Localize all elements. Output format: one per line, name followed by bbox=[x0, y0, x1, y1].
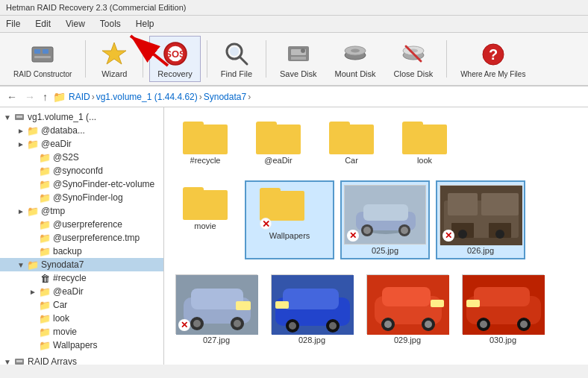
svg-rect-70 bbox=[431, 300, 444, 307]
close-disk-button[interactable]: Close Disk bbox=[387, 37, 441, 81]
tree-item-s2s[interactable]: 📁 @S2S bbox=[0, 151, 163, 164]
tree-item-raid-arrays[interactable]: ▼ RAID Arrays bbox=[0, 355, 163, 365]
synodata7-label: Synodata7 bbox=[41, 259, 84, 270]
tree-item-synofinder-log[interactable]: 📁 @SynoFinder-log bbox=[0, 191, 163, 204]
file-item-eadir[interactable]: @eaDir bbox=[245, 115, 312, 168]
where-are-my-files-button[interactable]: ? Where Are My Files bbox=[453, 37, 533, 81]
toggle-volume[interactable]: ▼ bbox=[1, 111, 13, 123]
toggle-s2s bbox=[27, 151, 39, 163]
tree-item-wallpapers[interactable]: 📁 Wallpapers bbox=[0, 338, 163, 352]
file-name-movie: movie bbox=[194, 221, 216, 230]
file-item-car[interactable]: Car bbox=[318, 115, 385, 168]
raid-constructor-button[interactable]: RAID Constructor bbox=[6, 37, 79, 81]
svg-line-9 bbox=[240, 57, 247, 64]
path-segment-raid[interactable]: RAID bbox=[69, 92, 90, 102]
svg-rect-54 bbox=[236, 301, 251, 310]
userpref-label: @userpreference bbox=[53, 219, 122, 230]
file-item-wallpapers[interactable]: ✕ Wallpapers bbox=[245, 180, 334, 259]
tree-item-tmp[interactable]: ► 📁 @tmp bbox=[0, 204, 163, 218]
tree-item-eadir1[interactable]: ► 📁 @eaDir bbox=[0, 137, 163, 151]
wallpapers-folder-icon-wrap: ✕ bbox=[260, 185, 319, 230]
menu-help[interactable]: Help bbox=[133, 17, 157, 31]
file-item-029[interactable]: 029.jpg bbox=[363, 271, 452, 347]
file-item-movie[interactable]: movie bbox=[172, 180, 239, 259]
tree-item-look[interactable]: 📁 look bbox=[0, 312, 163, 325]
back-button[interactable]: ← bbox=[4, 91, 19, 103]
svg-rect-49 bbox=[191, 289, 243, 309]
tree-item-synodata7[interactable]: ▼ 📁 Synodata7 bbox=[0, 258, 163, 271]
file-item-look[interactable]: look bbox=[391, 115, 458, 168]
file-item-recycle[interactable]: #recycle bbox=[172, 115, 239, 168]
wallpapers-label: Wallpapers bbox=[53, 340, 98, 350]
toggle-raid-arrays[interactable]: ▼ bbox=[1, 356, 13, 365]
find-file-button[interactable]: Find File bbox=[213, 37, 260, 81]
tree-item-eadir2[interactable]: ► 📁 @eaDir bbox=[0, 285, 163, 298]
toggle-wallpapers bbox=[27, 339, 39, 351]
thumb-030-wrap bbox=[462, 274, 544, 334]
tree-item-database[interactable]: ► 📁 @databa... bbox=[0, 124, 163, 137]
forward-button[interactable]: → bbox=[22, 91, 37, 103]
toggle-synodata7[interactable]: ▼ bbox=[15, 259, 27, 271]
path-segment-synodata[interactable]: Synodata7 bbox=[204, 92, 246, 102]
svg-point-17 bbox=[351, 49, 360, 53]
file-name-recycle: #recycle bbox=[190, 156, 221, 165]
wizard-icon bbox=[100, 40, 128, 68]
menu-edit[interactable]: Edit bbox=[32, 17, 54, 31]
tree-item-car[interactable]: 📁 Car bbox=[0, 298, 163, 312]
folder-backup-icon: 📁 bbox=[39, 245, 51, 257]
folder-car-panel-icon bbox=[329, 119, 374, 154]
tree-item-recycle[interactable]: 🗑 #recycle bbox=[0, 271, 163, 285]
toggle-car bbox=[27, 299, 39, 311]
file-item-030[interactable]: 030.jpg bbox=[458, 271, 548, 347]
tree-item-synoconfd[interactable]: 📁 @synoconfd bbox=[0, 164, 163, 177]
file-panel: #recycle @eaDir Car look movie bbox=[164, 107, 588, 365]
car-030-svg bbox=[463, 275, 545, 335]
car-029-svg bbox=[367, 275, 449, 335]
where-files-icon: ? bbox=[479, 40, 507, 69]
menu-view[interactable]: View bbox=[63, 17, 88, 31]
file-item-028[interactable]: 028.jpg bbox=[267, 271, 357, 347]
find-file-label: Find File bbox=[221, 69, 252, 78]
where-files-label: Where Are My Files bbox=[460, 70, 525, 78]
folder-userpref-tmp-icon: 📁 bbox=[39, 232, 51, 244]
toggle-synoconfd bbox=[27, 165, 39, 177]
up-button[interactable]: ↑ bbox=[40, 91, 50, 103]
tree-item-synofinder-etc[interactable]: 📁 @SynoFinder-etc-volume bbox=[0, 177, 163, 191]
raid-arrays-label: RAID Arrays bbox=[28, 356, 77, 365]
menu-file[interactable]: File bbox=[3, 17, 23, 31]
separator-1 bbox=[85, 40, 86, 78]
separator-3 bbox=[207, 40, 207, 78]
tree-item-backup[interactable]: 📁 backup bbox=[0, 245, 163, 258]
toggle-tmp[interactable]: ► bbox=[15, 205, 27, 217]
main-area: ▼ vg1.volume_1 (... ► 📁 @databa... ► 📁 @… bbox=[0, 107, 588, 365]
menu-tools[interactable]: Tools bbox=[97, 17, 124, 31]
file-item-026[interactable]: ✕ 026.jpg bbox=[436, 180, 525, 259]
mount-disk-button[interactable]: Mount Disk bbox=[328, 37, 384, 81]
tree-item-movie[interactable]: 📁 movie bbox=[0, 325, 163, 338]
path-arrow-1: › bbox=[92, 92, 95, 102]
toggle-recycle bbox=[27, 272, 39, 284]
save-disk-button[interactable]: Save Disk bbox=[272, 37, 325, 81]
file-item-027[interactable]: ✕ 027.jpg bbox=[172, 271, 261, 347]
toggle-eadir2[interactable]: ► bbox=[27, 286, 39, 297]
deleted-badge-027: ✕ bbox=[178, 319, 190, 331]
backup-label: backup bbox=[53, 246, 82, 256]
svg-point-51 bbox=[193, 320, 201, 327]
svg-rect-34 bbox=[363, 204, 408, 221]
toggle-database[interactable]: ► bbox=[15, 125, 27, 136]
svg-rect-25 bbox=[16, 116, 22, 118]
save-disk-icon bbox=[284, 40, 313, 68]
path-segment-volume[interactable]: vg1.volume_1 (1.44.4.62) bbox=[96, 92, 198, 102]
tree-item-volume[interactable]: ▼ vg1.volume_1 (... bbox=[0, 110, 163, 124]
toggle-eadir1[interactable]: ► bbox=[15, 138, 27, 150]
svg-point-10 bbox=[230, 47, 239, 56]
tree-item-userpref[interactable]: 📁 @userpreference bbox=[0, 218, 163, 231]
recovery-button[interactable]: SOS Recovery bbox=[149, 36, 200, 82]
file-item-025[interactable]: ✕ 025.jpg bbox=[340, 180, 430, 259]
wizard-button[interactable]: Wizard bbox=[92, 37, 137, 81]
raid-arrays-icon bbox=[13, 356, 25, 365]
tree-item-userpref-tmp[interactable]: 📁 @userpreference.tmp bbox=[0, 231, 163, 245]
svg-point-46 bbox=[495, 230, 504, 239]
thumb-028-wrap bbox=[271, 274, 353, 334]
toggle-look bbox=[27, 312, 39, 324]
